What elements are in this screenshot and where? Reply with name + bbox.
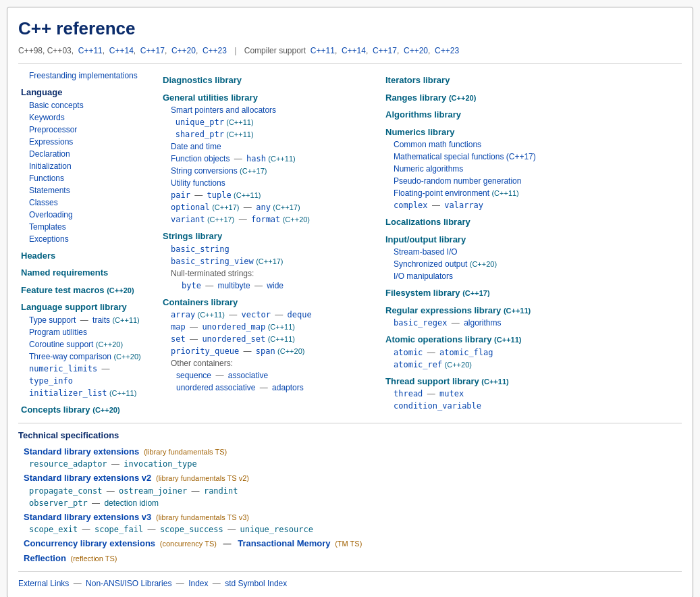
synchronized-output: Synchronized output (C++20) — [385, 258, 679, 270]
program-utilities: Program utilities — [21, 326, 151, 338]
cpp-ver-14[interactable]: C++14 — [109, 46, 134, 55]
concurrency-tag: (concurrency TS) — [160, 540, 217, 548]
basic-string-view: basic_string_view (C++17) — [163, 255, 373, 267]
non-ansi-libs[interactable]: Non-ANSI/ISO Libraries — [86, 579, 171, 588]
cpp-ver-plain: C++98, C++03, — [18, 46, 76, 55]
floating-point-env: Floating-point environment (C++11) — [385, 187, 679, 199]
strings-lib-title: Strings library — [163, 230, 373, 243]
shared-ptr: shared_ptr (C++11) — [163, 128, 373, 140]
compiler-ver-17[interactable]: C++17 — [373, 46, 397, 55]
cpp-title: C++ reference — [18, 16, 682, 42]
iterators-lib-title: Iterators library — [385, 74, 679, 87]
col-iterators: Iterators library Ranges library (C++20)… — [383, 70, 682, 416]
type-support: Type support — traits (C++11) — [21, 314, 151, 326]
freestanding-impl: Freestanding implementations — [21, 70, 151, 82]
headers-title: Headers — [21, 249, 151, 263]
basic-concepts: Basic concepts — [21, 99, 151, 111]
stream-based-io: Stream-based I/O — [385, 246, 679, 258]
unordered-adaptors: unordered associative — adaptors — [163, 382, 373, 394]
cpp-ver-20[interactable]: C++20 — [171, 46, 196, 55]
cpp-versions: C++98, C++03, C++11, C++14, C++17, C++20… — [18, 45, 682, 57]
std-lib-ext-v3-items: scope_exit — scope_fail — scope_success … — [18, 523, 682, 536]
language-title: Language — [21, 86, 151, 99]
priority-queue-span: priority_queue — span (C++20) — [163, 345, 373, 357]
page-container: C++ reference C++98, C++03, C++11, C++14… — [0, 0, 700, 597]
compiler-ver-11[interactable]: C++11 — [311, 46, 335, 55]
std-lib-ext-v3: Standard library extensions v3 (library … — [18, 511, 682, 536]
keywords: Keywords — [21, 111, 151, 124]
regex-lib-title: Regular expressions library (C++11) — [385, 304, 679, 317]
date-time: Date and time — [163, 140, 373, 153]
numeric-limits: numeric_limits — type_info — [21, 363, 151, 387]
col-utilities: Diagnostics library General utilities li… — [160, 70, 376, 416]
containers-lib-title: Containers library — [163, 296, 373, 309]
localizations-lib-title: Localizations library — [385, 215, 679, 229]
std-lib-ext-v2-link[interactable]: Standard library extensions v2 — [24, 473, 151, 483]
smart-pointers: Smart pointers and allocators — [163, 104, 373, 116]
divider — [18, 63, 682, 64]
optional-any: optional (C++17) — any (C++17) — [163, 201, 373, 213]
sep3: — — [213, 579, 221, 588]
pseudo-random: Pseudo-random number generation — [385, 175, 679, 187]
null-terminated: Null-terminated strings: — [163, 267, 373, 280]
sep2: — — [176, 579, 184, 588]
concurrency-lib-link[interactable]: Concurrency library extensions — [24, 538, 155, 548]
std-lib-ext-v2-items-1: propagate_const — ostream_joiner — randi… — [18, 485, 682, 497]
declaration: Declaration — [21, 148, 151, 160]
numerics-lib-title: Numerics library — [385, 126, 679, 139]
compiler-ver-20[interactable]: C++20 — [404, 46, 428, 55]
cpp-footer-links: External Links — Non-ANSI/ISO Libraries … — [18, 571, 682, 590]
std-lib-ext-v1-link[interactable]: Standard library extensions — [24, 446, 139, 457]
std-lib-ext-v1: Standard library extensions (library fun… — [18, 445, 682, 471]
concepts-lib-title: Concepts library (C++20) — [21, 403, 151, 417]
external-links[interactable]: External Links — [18, 579, 69, 588]
reflection-link[interactable]: Reflection — [24, 553, 66, 563]
ranges-lib-title: Ranges library (C++20) — [385, 91, 679, 105]
cpp-ver-17[interactable]: C++17 — [140, 46, 165, 55]
std-lib-ext-v3-link[interactable]: Standard library extensions v3 — [24, 512, 151, 522]
expressions: Expressions — [21, 136, 151, 148]
std-lib-ext-v2-items-2: observer_ptr — detection idiom — [18, 497, 682, 509]
array-vector-deque: array (C++11) — vector — deque — [163, 309, 373, 321]
string-conversions: String conversions (C++17) — [163, 165, 373, 177]
cpp-content-grid: Freestanding implementations Language Ba… — [18, 70, 682, 416]
compiler-support-label: Compiler support — [244, 46, 308, 55]
std-symbol-index[interactable]: std Symbol Index — [225, 579, 287, 588]
preprocessor: Preprocessor — [21, 124, 151, 136]
tech-specs-title: Technical specifications — [18, 430, 119, 440]
transactional-memory-link[interactable]: Transactional Memory — [238, 538, 330, 548]
atomic-lib-title: Atomic operations library (C++11) — [385, 333, 679, 346]
three-way-compare: Three-way comparison (C++20) — [21, 351, 151, 363]
algorithms-lib-title: Algorithms library — [385, 108, 679, 122]
index-link[interactable]: Index — [188, 579, 208, 588]
std-lib-ext-v2-tag: (library fundamentals TS v2) — [156, 474, 249, 482]
std-lib-ext-v1-tag: (library fundamentals TS) — [144, 448, 227, 456]
compiler-ver-23[interactable]: C++23 — [435, 46, 459, 55]
cpp-ver-23[interactable]: C++23 — [203, 46, 227, 55]
function-objects: Function objects — hash (C++11) — [163, 153, 373, 165]
thread-lib-title: Thread support library (C++11) — [385, 375, 679, 388]
feature-test-ver: (C++20) — [107, 286, 134, 294]
tm-tag: (TM TS) — [335, 540, 362, 548]
complex-valarray: complex — valarray — [385, 199, 679, 211]
std-lib-ext-v1-items: resource_adaptor — invocation_type — [18, 458, 682, 470]
atomic-ref: atomic_ref (C++20) — [385, 359, 679, 371]
coroutine-support: Coroutine support (C++20) — [21, 338, 151, 351]
lang-support-title: Language support library — [21, 301, 151, 314]
initialization: Initialization — [21, 160, 151, 172]
freestanding-link[interactable]: Freestanding implementations — [29, 71, 138, 80]
overloading: Overloading — [21, 209, 151, 221]
numeric-algorithms: Numeric algorithms — [385, 163, 679, 175]
exceptions: Exceptions — [21, 233, 151, 245]
cpp-ver-11[interactable]: C++11 — [78, 46, 103, 55]
io-manipulators: I/O manipulators — [385, 270, 679, 282]
std-lib-ext-v3-tag: (library fundamentals TS v3) — [156, 513, 249, 521]
io-lib-title: Input/output library — [385, 233, 679, 246]
condition-variable: condition_variable — [385, 400, 679, 412]
other-containers: Other containers: — [163, 357, 373, 369]
byte-multibyte-wide: byte — multibyte — wide — [163, 280, 373, 292]
functions: Functions — [21, 172, 151, 184]
tech-specs-section: Technical specifications Standard librar… — [18, 423, 682, 565]
compiler-ver-14[interactable]: C++14 — [342, 46, 366, 55]
reflection: Reflection (reflection TS) — [18, 552, 682, 565]
